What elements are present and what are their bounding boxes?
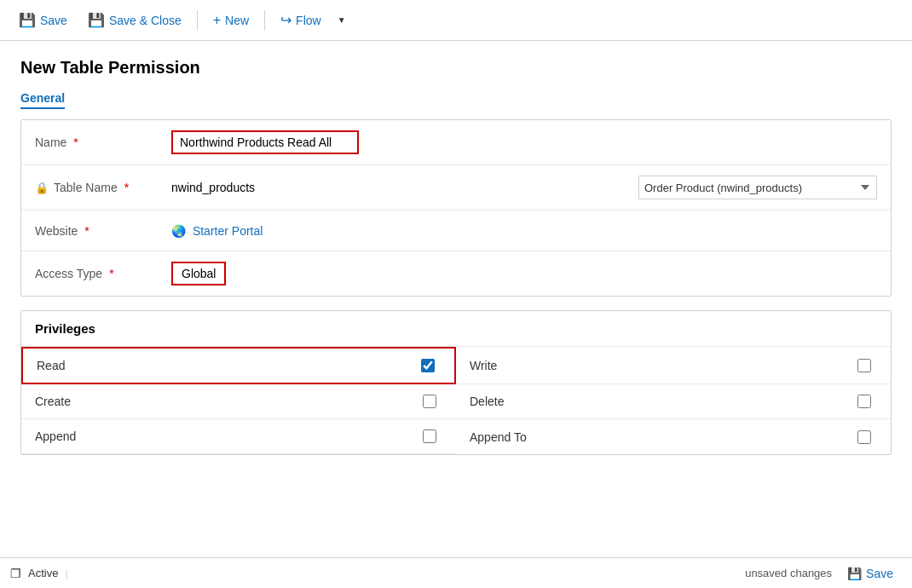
save-icon: 💾 <box>19 12 36 28</box>
name-required: * <box>73 135 78 149</box>
privilege-write-checkbox-wrapper <box>851 359 877 372</box>
website-required: * <box>84 224 89 238</box>
privilege-create-checkbox-wrapper <box>417 395 442 408</box>
table-name-value-area: nwind_products Order Product (nwind_prod… <box>171 176 877 199</box>
toolbar-separator <box>197 10 198 31</box>
save-button[interactable]: 💾 Save <box>10 8 76 32</box>
access-type-label: Access Type * <box>35 267 171 280</box>
privilege-append-to-row: Append To <box>456 419 891 454</box>
privilege-write-row: Write <box>456 347 891 384</box>
name-field-highlight: Northwind Products Read All <box>171 130 359 154</box>
privileges-grid: Read Write Create Delet <box>21 347 891 454</box>
globe-icon: 🌏 <box>171 224 186 238</box>
website-link-text: Starter Portal <box>193 224 263 238</box>
privilege-create-checkbox[interactable] <box>423 395 436 408</box>
flow-label: Flow <box>296 14 321 27</box>
new-label: New <box>225 14 249 27</box>
name-value: Northwind Products Read All <box>171 130 877 154</box>
privileges-title: Privileges <box>21 311 891 347</box>
chevron-down-icon: ▼ <box>338 15 346 25</box>
name-text: Northwind Products Read All <box>180 135 332 149</box>
status-save-button[interactable]: 💾 Save <box>839 562 902 585</box>
website-link[interactable]: 🌏 Starter Portal <box>171 224 263 238</box>
table-name-text: nwind_products <box>171 181 638 194</box>
privilege-delete-row: Delete <box>456 384 891 419</box>
status-active: Active <box>28 567 58 579</box>
privilege-read-row: Read <box>21 347 456 384</box>
status-save-icon: 💾 <box>847 567 862 580</box>
save-close-icon: 💾 <box>88 12 105 28</box>
table-name-required: * <box>124 181 129 194</box>
privilege-append-label: Append <box>35 429 417 443</box>
privilege-append-to-checkbox-wrapper <box>851 430 877 444</box>
privilege-append-row: Append <box>21 419 456 454</box>
website-row: Website * 🌏 Starter Portal <box>21 210 891 251</box>
page-title: New Table Permission <box>20 58 892 78</box>
website-value: 🌏 Starter Portal <box>171 224 877 238</box>
privilege-delete-label: Delete <box>470 395 851 408</box>
status-save-label: Save <box>866 567 893 580</box>
privilege-write-checkbox[interactable] <box>857 359 871 372</box>
status-pipe: | <box>65 567 67 579</box>
save-close-label: Save & Close <box>109 14 182 27</box>
lock-icon: 🔒 <box>35 182 49 194</box>
section-general-label: General <box>20 91 65 109</box>
privilege-append-to-checkbox[interactable] <box>857 430 871 444</box>
unsaved-changes: unsaved changes <box>745 567 832 579</box>
access-type-value: Global <box>171 262 877 285</box>
access-type-text: Global <box>182 267 216 280</box>
privilege-delete-checkbox-wrapper <box>851 395 877 408</box>
privilege-read-label: Read <box>37 359 415 372</box>
privilege-append-to-label: Append To <box>470 430 851 444</box>
access-type-required: * <box>109 267 113 280</box>
expand-icon[interactable]: ❐ <box>10 567 21 580</box>
status-left: ❐ Active | <box>10 567 68 580</box>
new-button[interactable]: + New <box>205 9 257 32</box>
general-form-card: Name * Northwind Products Read All 🔒 Tab… <box>20 119 892 297</box>
privilege-append-checkbox[interactable] <box>423 429 436 443</box>
privilege-create-row: Create <box>21 384 456 419</box>
new-icon: + <box>213 13 221 28</box>
table-name-row: 🔒 Table Name * nwind_products Order Prod… <box>21 165 891 210</box>
flow-button[interactable]: ↪ Flow <box>272 8 330 32</box>
save-label: Save <box>40 14 67 27</box>
access-type-row: Access Type * Global <box>21 251 891 296</box>
toolbar-separator-2 <box>264 10 265 31</box>
flow-chevron-button[interactable]: ▼ <box>332 11 351 29</box>
privilege-append-checkbox-wrapper <box>417 429 442 443</box>
main-content: New Table Permission General Name * Nort… <box>0 41 912 557</box>
flow-icon: ↪ <box>280 12 291 28</box>
access-type-highlight: Global <box>171 262 226 285</box>
privilege-read-checkbox-wrapper <box>415 359 441 372</box>
name-row: Name * Northwind Products Read All <box>21 120 891 165</box>
table-name-label: 🔒 Table Name * <box>35 181 171 194</box>
privileges-card: Privileges Read Write Create <box>20 310 892 455</box>
privilege-delete-checkbox[interactable] <box>857 395 871 408</box>
flow-group: ↪ Flow ▼ <box>272 8 350 32</box>
save-close-button[interactable]: 💾 Save & Close <box>79 8 190 32</box>
name-label: Name * <box>35 135 171 149</box>
table-dropdown[interactable]: Order Product (nwind_products) <box>638 176 877 199</box>
status-bar: ❐ Active | unsaved changes 💾 Save <box>0 557 912 588</box>
table-name-content: nwind_products Order Product (nwind_prod… <box>171 176 877 199</box>
privilege-write-label: Write <box>470 359 851 372</box>
privilege-create-label: Create <box>35 395 417 408</box>
toolbar: 💾 Save 💾 Save & Close + New ↪ Flow ▼ <box>0 0 912 41</box>
status-right: unsaved changes 💾 Save <box>745 562 902 585</box>
privilege-read-checkbox[interactable] <box>421 359 435 372</box>
website-label: Website * <box>35 224 171 238</box>
